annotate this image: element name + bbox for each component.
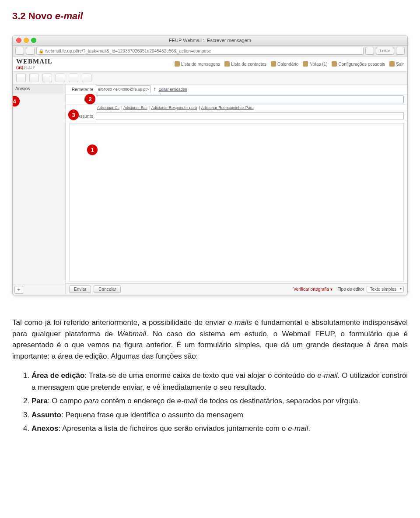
back-button[interactable] <box>15 47 24 55</box>
add-attachment-button[interactable]: + <box>14 286 23 294</box>
compose-toolbar <box>13 72 407 85</box>
section-title-italic: e-mail <box>55 11 83 21</box>
calendar-icon <box>271 61 276 67</box>
list-item-3: Assunto: Pequena frase que identifica o … <box>32 409 408 421</box>
signature-icon-button[interactable] <box>56 74 65 82</box>
top-nav: Lista de mensagens Lista de contactos Ca… <box>175 61 404 67</box>
list-item-4: Anexos: Apresenta a lista de ficheiros q… <box>32 423 408 434</box>
list-item-2: Para: O campo para contém o endereço de … <box>32 395 408 407</box>
nav-calendar[interactable]: Calendário <box>271 61 298 67</box>
add-reply-link[interactable]: Adicionar Responder para <box>151 106 197 110</box>
subject-input[interactable] <box>96 112 404 120</box>
add-fwd-link[interactable]: Adicionar Reencaminhar-Para <box>201 106 254 110</box>
options-icon-button[interactable] <box>82 74 91 82</box>
section-number: 3.2 <box>12 11 26 21</box>
editor-type-select[interactable]: Texto simples <box>367 286 404 292</box>
section-title-plain: Novo <box>28 11 55 21</box>
from-label: Remetente <box>69 87 93 92</box>
spellcheck-icon-button[interactable] <box>29 74 39 82</box>
send-button[interactable]: Enviar <box>69 285 91 293</box>
bookmark-button[interactable] <box>396 47 405 55</box>
url-text: webmail.fe.up.pt/rc/?_task=mail&_id=1203… <box>45 49 211 53</box>
section-heading: 3.2 Novo e-mail <box>12 11 408 22</box>
nav-settings[interactable]: Configurações pessoais <box>332 61 385 67</box>
editor-type-label: Tipo de editor <box>338 287 364 292</box>
browser-window: FEUP Webmail :: Escrever mensagem 🔒 webm… <box>12 35 408 295</box>
nav-contacts[interactable]: Lista de contactos <box>224 61 266 67</box>
logo-bottom: (at)FEUP <box>16 65 52 70</box>
attachments-footer: + <box>13 285 65 295</box>
send-icon-button[interactable] <box>16 74 26 82</box>
cancel-button[interactable]: Cancelar <box>94 285 121 293</box>
url-bar[interactable]: 🔒 webmail.fe.up.pt/rc/?_task=mail&_id=12… <box>36 47 364 55</box>
lock-icon: 🔒 <box>38 49 44 53</box>
mail-icon <box>175 61 180 67</box>
compose-area: Anexos + 4 Remetente ei04080 <ei04080@fe… <box>13 85 407 295</box>
function-list: Área de edição: Trata-se de uma enorme c… <box>12 370 408 434</box>
attachments-sidebar: Anexos + 4 <box>13 85 66 295</box>
subject-row: Assunto 3 <box>66 111 407 121</box>
attachments-header: Anexos <box>13 85 65 93</box>
nav-logout[interactable]: Sair <box>389 61 404 67</box>
save-icon-button[interactable] <box>69 74 78 82</box>
gear-icon <box>332 61 337 67</box>
list-item-1: Área de edição: Trata-se de uma enorme c… <box>32 370 408 393</box>
notes-icon <box>303 61 308 67</box>
reader-button[interactable]: Leitor <box>376 47 394 55</box>
contacts-icon <box>224 61 230 67</box>
reload-button[interactable] <box>365 47 374 55</box>
nav-messages[interactable]: Lista de mensagens <box>175 61 220 67</box>
from-select[interactable]: ei04080 <ei04080@fe.up.pt> <box>96 85 151 93</box>
compose-main: Remetente ei04080 <ei04080@fe.up.pt> ‡ E… <box>66 85 407 295</box>
edit-identities-link[interactable]: Editar entidades <box>158 87 187 92</box>
compose-bottombar: Enviar Cancelar Verificar ortografia ▾ T… <box>66 283 407 295</box>
message-editor[interactable]: 1 <box>69 123 404 282</box>
forward-button[interactable] <box>26 47 35 55</box>
logo-top: WEBMAIL <box>16 58 52 65</box>
marker-3: 3 <box>68 109 79 120</box>
logout-icon <box>389 61 395 67</box>
attachments-list <box>13 93 65 285</box>
to-input[interactable] <box>96 95 404 103</box>
from-row: Remetente ei04080 <ei04080@fe.up.pt> ‡ E… <box>66 85 407 95</box>
window-title: FEUP Webmail :: Escrever mensagem <box>13 38 407 43</box>
intro-paragraph: Tal como já foi referido anteriormente, … <box>12 317 408 362</box>
add-bcc-link[interactable]: Adicionar Bcc <box>123 106 147 110</box>
nav-notes[interactable]: Notas (1) <box>303 61 327 67</box>
add-recipient-links: Adicionar Cc | Adicionar Bcc | Adicionar… <box>66 105 407 111</box>
titlebar: FEUP Webmail :: Escrever mensagem <box>13 35 407 46</box>
add-cc-link[interactable]: Adicionar Cc <box>97 106 119 110</box>
logo: WEBMAIL (at)FEUP <box>16 58 52 70</box>
to-row: Para 2 <box>66 95 407 105</box>
attach-icon-button[interactable] <box>42 74 52 82</box>
marker-1: 1 <box>87 144 98 155</box>
app-header: WEBMAIL (at)FEUP Lista de mensagens List… <box>13 56 407 72</box>
browser-toolbar: 🔒 webmail.fe.up.pt/rc/?_task=mail&_id=12… <box>13 46 407 56</box>
marker-2: 2 <box>85 94 95 104</box>
spellcheck-link[interactable]: Verificar ortografia ▾ <box>294 287 332 292</box>
